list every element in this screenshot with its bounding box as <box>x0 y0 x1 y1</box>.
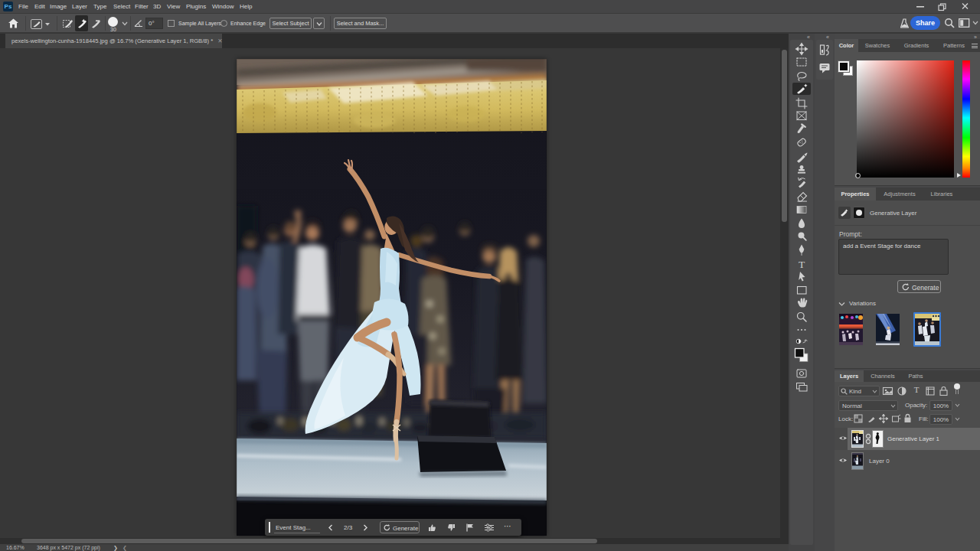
svg-text:T: T <box>799 259 805 270</box>
